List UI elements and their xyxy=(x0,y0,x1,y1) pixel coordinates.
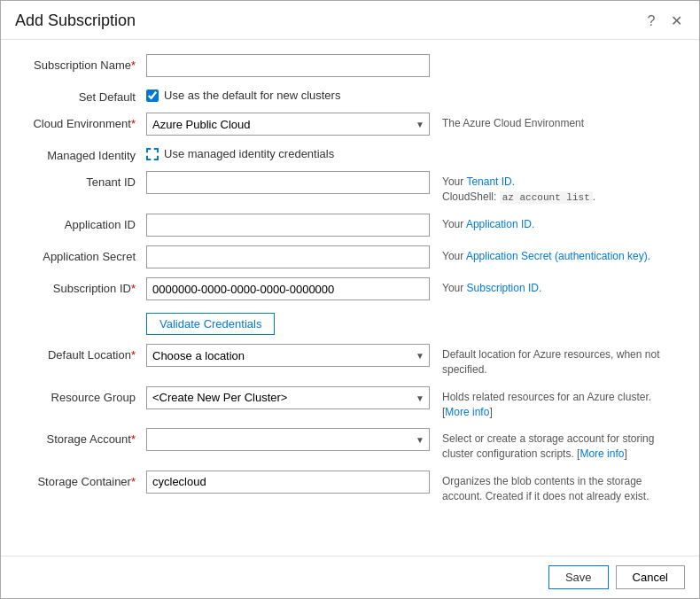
tenant-id-label: Tenant ID xyxy=(22,171,146,189)
default-location-control: Choose a location ▼ xyxy=(146,344,430,367)
subscription-id-link[interactable]: Subscription ID. xyxy=(467,282,542,294)
cloud-environment-label: Cloud Environment* xyxy=(22,113,146,130)
application-id-input[interactable] xyxy=(146,214,430,237)
storage-account-select[interactable] xyxy=(146,428,430,451)
managed-identity-wrap: Use managed identity credentials xyxy=(146,144,334,160)
storage-container-hint: Organizes the blob contents in the stora… xyxy=(430,471,678,504)
tenant-id-input[interactable] xyxy=(146,171,430,194)
validate-spacer xyxy=(22,309,146,314)
default-location-select-wrap: Choose a location ▼ xyxy=(146,344,430,367)
application-id-link[interactable]: Application ID. xyxy=(466,218,534,230)
cloud-environment-hint: The Azure Cloud Environment xyxy=(430,113,678,131)
resource-group-row: Resource Group <Create New Per Cluster> … xyxy=(22,386,678,420)
managed-identity-row: Managed Identity Use managed identity cr… xyxy=(22,144,678,162)
validate-row: Validate Credentials xyxy=(22,309,678,335)
storage-account-info-link[interactable]: info xyxy=(607,447,624,460)
storage-container-label: Storage Container* xyxy=(22,471,146,488)
application-secret-control xyxy=(146,245,430,268)
default-location-select[interactable]: Choose a location xyxy=(146,344,430,367)
application-id-hint: Your Application ID. xyxy=(430,214,678,232)
storage-container-control xyxy=(146,471,430,494)
save-button[interactable]: Save xyxy=(548,565,609,589)
resource-group-more-link[interactable]: More info xyxy=(445,406,489,418)
application-secret-label: Application Secret xyxy=(22,245,146,263)
cloud-environment-row: Cloud Environment* Azure Public Cloud Az… xyxy=(22,113,678,136)
dialog-title: Add Subscription xyxy=(15,12,136,30)
set-default-checkbox-wrap: Use as the default for new clusters xyxy=(146,86,340,102)
managed-identity-hint xyxy=(430,144,678,148)
storage-container-input[interactable] xyxy=(146,471,430,494)
cloud-environment-select[interactable]: Azure Public Cloud Azure China Cloud Azu… xyxy=(146,113,430,136)
tenant-id-hint: Your Tenant ID. CloudShell: az account l… xyxy=(430,171,678,205)
storage-account-control: ▼ xyxy=(146,428,430,451)
tenant-id-link[interactable]: Tenant ID. xyxy=(466,175,515,188)
default-location-row: Default Location* Choose a location ▼ De… xyxy=(22,344,678,377)
subscription-id-hint: Your Subscription ID. xyxy=(430,277,678,296)
application-id-row: Application ID Your Application ID. xyxy=(22,214,678,237)
validate-control: Validate Credentials xyxy=(146,309,430,335)
storage-account-more-link[interactable]: More xyxy=(579,447,603,460)
storage-container-row: Storage Container* Organizes the blob co… xyxy=(22,471,678,504)
set-default-hint xyxy=(430,86,678,89)
default-location-hint: Default location for Azure resources, wh… xyxy=(430,344,678,377)
tenant-id-code: az account list xyxy=(500,191,593,204)
set-default-checkbox[interactable] xyxy=(146,89,159,102)
subscription-id-row: Subscription ID* Your Subscription ID. xyxy=(22,277,678,300)
set-default-control: Use as the default for new clusters xyxy=(146,86,430,102)
subscription-name-row: Subscription Name* xyxy=(22,54,678,77)
tenant-id-row: Tenant ID Your Tenant ID. CloudShell: az… xyxy=(22,171,678,205)
cloud-environment-select-wrap: Azure Public Cloud Azure China Cloud Azu… xyxy=(146,113,430,136)
application-secret-input[interactable] xyxy=(146,245,430,268)
add-subscription-dialog: Add Subscription ? ✕ Subscription Name* … xyxy=(0,0,700,599)
subscription-id-control xyxy=(146,277,430,300)
subscription-name-label: Subscription Name* xyxy=(22,54,146,72)
dialog-header: Add Subscription ? ✕ xyxy=(1,1,699,40)
resource-group-hint: Holds related resources for an Azure clu… xyxy=(430,386,678,420)
validate-credentials-button[interactable]: Validate Credentials xyxy=(146,313,275,335)
managed-identity-checkbox-label: Use managed identity credentials xyxy=(164,147,334,160)
validate-hint xyxy=(430,309,678,313)
default-location-label: Default Location* xyxy=(22,344,146,362)
storage-account-label: Storage Account* xyxy=(22,428,146,446)
application-secret-link[interactable]: Application Secret (authentication key). xyxy=(466,250,650,262)
resource-group-label: Resource Group xyxy=(22,386,146,404)
resource-group-control: <Create New Per Cluster> ▼ xyxy=(146,386,430,409)
tenant-id-control xyxy=(146,171,430,194)
application-id-control xyxy=(146,214,430,237)
application-secret-hint: Your Application Secret (authentication … xyxy=(430,245,678,264)
dialog-footer: Save Cancel xyxy=(1,556,699,598)
resource-group-select-wrap: <Create New Per Cluster> ▼ xyxy=(146,386,430,409)
close-icon[interactable]: ✕ xyxy=(667,12,685,29)
subscription-name-control xyxy=(146,54,430,77)
set-default-row: Set Default Use as the default for new c… xyxy=(22,86,678,104)
cloud-environment-control: Azure Public Cloud Azure China Cloud Azu… xyxy=(146,113,430,136)
storage-account-row: Storage Account* ▼ Select or create a st… xyxy=(22,428,678,462)
set-default-label: Set Default xyxy=(22,86,146,104)
cancel-button[interactable]: Cancel xyxy=(616,565,685,589)
managed-identity-checkbox[interactable] xyxy=(146,148,159,160)
managed-identity-label: Managed Identity xyxy=(22,144,146,162)
subscription-name-input[interactable] xyxy=(146,54,430,77)
subscription-name-hint xyxy=(430,54,678,58)
subscription-id-input[interactable] xyxy=(146,277,430,300)
managed-identity-control: Use managed identity credentials xyxy=(146,144,430,160)
storage-account-select-wrap: ▼ xyxy=(146,428,430,451)
storage-account-hint: Select or create a storage account for s… xyxy=(430,428,678,462)
header-icons: ? ✕ xyxy=(642,12,685,29)
dialog-body: Subscription Name* Set Default Use as th… xyxy=(1,40,699,556)
set-default-checkbox-label: Use as the default for new clusters xyxy=(164,89,340,102)
application-id-label: Application ID xyxy=(22,214,146,231)
help-icon[interactable]: ? xyxy=(642,13,660,29)
application-secret-row: Application Secret Your Application Secr… xyxy=(22,245,678,268)
subscription-id-label: Subscription ID* xyxy=(22,277,146,295)
resource-group-select[interactable]: <Create New Per Cluster> xyxy=(146,386,430,409)
